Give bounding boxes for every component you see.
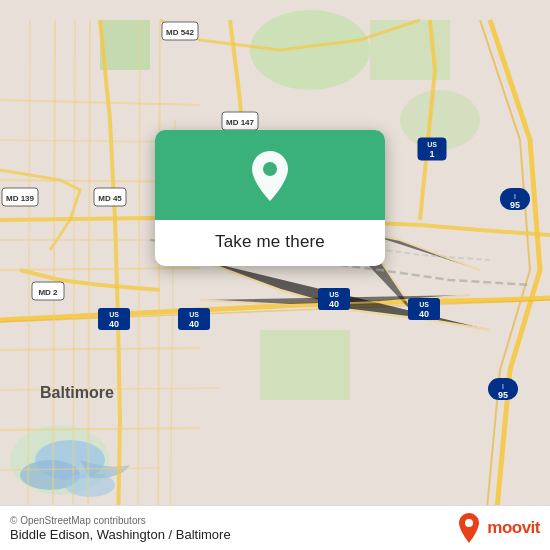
svg-text:MD 147: MD 147 [226,118,255,127]
svg-text:MD 2: MD 2 [38,288,58,297]
popup-header [155,130,385,220]
svg-rect-4 [260,330,350,400]
svg-text:I: I [502,383,504,390]
svg-text:Baltimore: Baltimore [40,384,114,401]
map-background: MD 542 MD 147 MD 45 MD 139 US 1 I 95 I 9… [0,0,550,550]
svg-rect-2 [370,20,450,80]
svg-text:US: US [189,311,199,318]
take-me-there-button[interactable]: Take me there [215,232,325,252]
popup-button-section[interactable]: Take me there [155,220,385,266]
moovit-icon [455,512,483,544]
svg-text:US: US [329,291,339,298]
osm-attribution: © OpenStreetMap contributors [10,515,231,526]
svg-text:40: 40 [109,319,119,329]
svg-rect-6 [100,20,150,70]
svg-text:95: 95 [510,200,520,210]
moovit-brand-text: moovit [487,518,540,538]
svg-point-58 [263,162,277,176]
map-container: MD 542 MD 147 MD 45 MD 139 US 1 I 95 I 9… [0,0,550,550]
svg-text:US: US [419,301,429,308]
svg-text:40: 40 [419,309,429,319]
svg-text:95: 95 [498,390,508,400]
location-popup: Take me there [155,130,385,266]
bottom-bar: © OpenStreetMap contributors Biddle Edis… [0,505,550,550]
location-pin-icon [246,149,294,203]
bottom-left-info: © OpenStreetMap contributors Biddle Edis… [10,515,231,542]
svg-text:1: 1 [429,149,434,159]
svg-point-59 [465,519,473,527]
svg-text:MD 139: MD 139 [6,194,35,203]
svg-text:40: 40 [329,299,339,309]
moovit-logo: moovit [455,512,540,544]
svg-text:MD 45: MD 45 [98,194,122,203]
location-icon-wrapper [244,150,296,202]
svg-text:US: US [427,141,437,148]
svg-text:MD 542: MD 542 [166,28,195,37]
svg-text:40: 40 [189,319,199,329]
location-name: Biddle Edison, Washington / Baltimore [10,527,231,542]
svg-text:I: I [514,193,516,200]
svg-text:US: US [109,311,119,318]
